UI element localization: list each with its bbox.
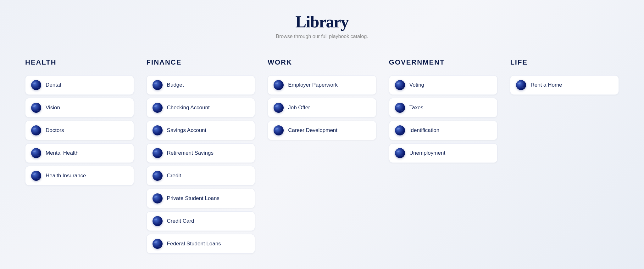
item-list-finance: BudgetChecking AccountSavings AccountRet… [147, 75, 255, 254]
list-item[interactable]: Health Insurance [25, 166, 134, 186]
planet-icon [153, 125, 163, 135]
page-title: Library [6, 13, 638, 31]
list-item[interactable]: Identification [389, 121, 498, 140]
item-list-life: Rent a Home [510, 75, 619, 95]
item-label: Private Student Loans [167, 195, 219, 202]
list-item[interactable]: Doctors [25, 121, 134, 140]
planet-icon [274, 103, 284, 113]
column-government: GOVERNMENTVotingTaxesIdentificationUnemp… [383, 58, 504, 254]
item-label: Federal Student Loans [167, 241, 221, 247]
planet-icon [395, 80, 405, 90]
planet-icon [153, 216, 163, 226]
planet-icon [395, 125, 405, 135]
item-label: Job Offer [288, 105, 310, 111]
list-item[interactable]: Credit [147, 166, 255, 186]
item-label: Retirement Savings [167, 150, 214, 156]
column-life: LIFERent a Home [504, 58, 625, 254]
item-list-health: DentalVisionDoctorsMental HealthHealth I… [25, 75, 134, 186]
item-label: Taxes [409, 105, 423, 111]
item-label: Voting [409, 82, 424, 88]
item-label: Health Insurance [46, 173, 86, 179]
list-item[interactable]: Federal Student Loans [147, 234, 255, 254]
list-item[interactable]: Job Offer [268, 98, 376, 117]
list-item[interactable]: Vision [25, 98, 134, 117]
planet-icon [31, 125, 41, 135]
planet-icon [274, 125, 284, 135]
column-header-work: WORK [268, 58, 376, 66]
column-health: HEALTHDentalVisionDoctorsMental HealthHe… [19, 58, 140, 254]
planet-icon [153, 103, 163, 113]
column-header-life: LIFE [510, 58, 619, 66]
planet-icon [395, 148, 405, 158]
page-header: Library Browse through our full playbook… [0, 0, 644, 46]
planet-icon [153, 239, 163, 249]
item-label: Checking Account [167, 105, 210, 111]
list-item[interactable]: Mental Health [25, 143, 134, 163]
planet-icon [153, 193, 163, 203]
list-item[interactable]: Unemployment [389, 143, 498, 163]
list-item[interactable]: Private Student Loans [147, 189, 255, 208]
columns-container: HEALTHDentalVisionDoctorsMental HealthHe… [0, 46, 644, 266]
item-label: Vision [46, 105, 60, 111]
column-work: WORKEmployer PaperworkJob OfferCareer De… [261, 58, 383, 254]
column-header-health: HEALTH [25, 58, 134, 66]
column-header-government: GOVERNMENT [389, 58, 498, 66]
list-item[interactable]: Employer Paperwork [268, 75, 376, 95]
list-item[interactable]: Career Development [268, 121, 376, 140]
list-item[interactable]: Budget [147, 75, 255, 95]
item-label: Savings Account [167, 127, 207, 134]
list-item[interactable]: Retirement Savings [147, 143, 255, 163]
page-subtitle: Browse through our full playbook catalog… [6, 34, 638, 39]
planet-icon [153, 148, 163, 158]
planet-icon [153, 80, 163, 90]
list-item[interactable]: Savings Account [147, 121, 255, 140]
list-item[interactable]: Taxes [389, 98, 498, 117]
list-item[interactable]: Rent a Home [510, 75, 619, 95]
list-item[interactable]: Checking Account [147, 98, 255, 117]
planet-icon [31, 148, 41, 158]
planet-icon [153, 171, 163, 181]
item-label: Identification [409, 127, 439, 134]
item-label: Rent a Home [530, 82, 562, 88]
list-item[interactable]: Voting [389, 75, 498, 95]
item-list-government: VotingTaxesIdentificationUnemployment [389, 75, 498, 163]
planet-icon [516, 80, 526, 90]
planet-icon [395, 103, 405, 113]
item-label: Mental Health [46, 150, 79, 156]
item-label: Dental [46, 82, 61, 88]
item-label: Career Development [288, 127, 337, 134]
item-list-work: Employer PaperworkJob OfferCareer Develo… [268, 75, 376, 140]
column-finance: FINANCEBudgetChecking AccountSavings Acc… [140, 58, 262, 254]
item-label: Budget [167, 82, 184, 88]
column-header-finance: FINANCE [147, 58, 255, 66]
item-label: Unemployment [409, 150, 445, 156]
planet-icon [31, 80, 41, 90]
item-label: Credit Card [167, 218, 194, 224]
item-label: Credit [167, 173, 181, 179]
planet-icon [31, 103, 41, 113]
list-item[interactable]: Dental [25, 75, 134, 95]
planet-icon [274, 80, 284, 90]
planet-icon [31, 171, 41, 181]
list-item[interactable]: Credit Card [147, 211, 255, 231]
item-label: Doctors [46, 127, 64, 134]
item-label: Employer Paperwork [288, 82, 338, 88]
